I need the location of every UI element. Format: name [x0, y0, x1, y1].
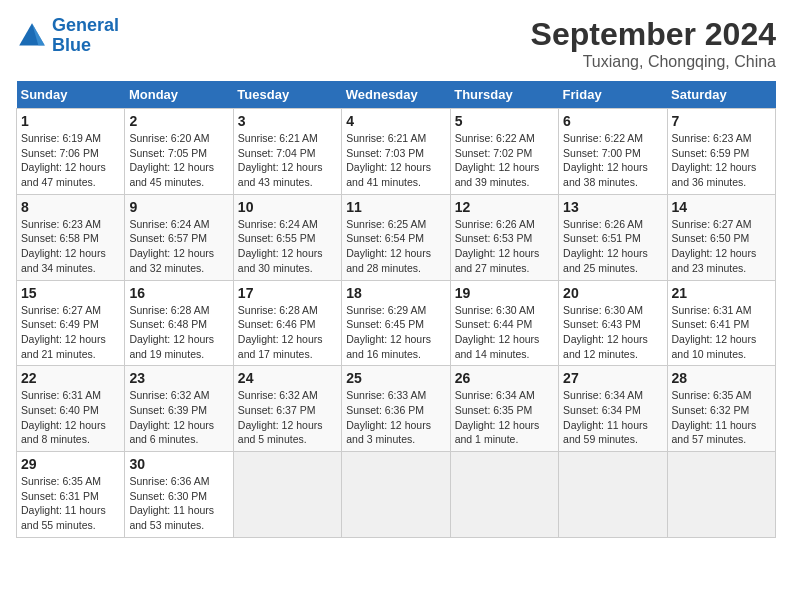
- day-number: 13: [563, 199, 662, 215]
- day-detail: Sunrise: 6:23 AMSunset: 6:58 PMDaylight:…: [21, 217, 120, 276]
- calendar-cell: 16Sunrise: 6:28 AMSunset: 6:48 PMDayligh…: [125, 280, 233, 366]
- calendar-cell: 7Sunrise: 6:23 AMSunset: 6:59 PMDaylight…: [667, 109, 775, 195]
- day-number: 29: [21, 456, 120, 472]
- weekday-header-thursday: Thursday: [450, 81, 558, 109]
- weekday-header-tuesday: Tuesday: [233, 81, 341, 109]
- day-detail: Sunrise: 6:25 AMSunset: 6:54 PMDaylight:…: [346, 217, 445, 276]
- calendar-cell: 11Sunrise: 6:25 AMSunset: 6:54 PMDayligh…: [342, 194, 450, 280]
- weekday-header-monday: Monday: [125, 81, 233, 109]
- day-detail: Sunrise: 6:22 AMSunset: 7:00 PMDaylight:…: [563, 131, 662, 190]
- calendar-cell: [233, 452, 341, 538]
- calendar-cell: 19Sunrise: 6:30 AMSunset: 6:44 PMDayligh…: [450, 280, 558, 366]
- day-number: 23: [129, 370, 228, 386]
- day-number: 26: [455, 370, 554, 386]
- calendar-cell: 22Sunrise: 6:31 AMSunset: 6:40 PMDayligh…: [17, 366, 125, 452]
- logo: General Blue: [16, 16, 119, 56]
- day-detail: Sunrise: 6:32 AMSunset: 6:37 PMDaylight:…: [238, 388, 337, 447]
- day-number: 16: [129, 285, 228, 301]
- calendar-cell: 17Sunrise: 6:28 AMSunset: 6:46 PMDayligh…: [233, 280, 341, 366]
- day-detail: Sunrise: 6:35 AMSunset: 6:31 PMDaylight:…: [21, 474, 120, 533]
- calendar-header: SundayMondayTuesdayWednesdayThursdayFrid…: [17, 81, 776, 109]
- calendar-cell: 24Sunrise: 6:32 AMSunset: 6:37 PMDayligh…: [233, 366, 341, 452]
- calendar-cell: 23Sunrise: 6:32 AMSunset: 6:39 PMDayligh…: [125, 366, 233, 452]
- calendar-cell: [667, 452, 775, 538]
- day-detail: Sunrise: 6:34 AMSunset: 6:35 PMDaylight:…: [455, 388, 554, 447]
- calendar-week-1: 8Sunrise: 6:23 AMSunset: 6:58 PMDaylight…: [17, 194, 776, 280]
- calendar-week-0: 1Sunrise: 6:19 AMSunset: 7:06 PMDaylight…: [17, 109, 776, 195]
- calendar-cell: 27Sunrise: 6:34 AMSunset: 6:34 PMDayligh…: [559, 366, 667, 452]
- calendar-cell: 9Sunrise: 6:24 AMSunset: 6:57 PMDaylight…: [125, 194, 233, 280]
- day-number: 14: [672, 199, 771, 215]
- day-detail: Sunrise: 6:23 AMSunset: 6:59 PMDaylight:…: [672, 131, 771, 190]
- calendar-cell: 18Sunrise: 6:29 AMSunset: 6:45 PMDayligh…: [342, 280, 450, 366]
- day-number: 11: [346, 199, 445, 215]
- day-number: 22: [21, 370, 120, 386]
- day-detail: Sunrise: 6:27 AMSunset: 6:50 PMDaylight:…: [672, 217, 771, 276]
- day-detail: Sunrise: 6:24 AMSunset: 6:55 PMDaylight:…: [238, 217, 337, 276]
- day-detail: Sunrise: 6:31 AMSunset: 6:41 PMDaylight:…: [672, 303, 771, 362]
- day-detail: Sunrise: 6:30 AMSunset: 6:43 PMDaylight:…: [563, 303, 662, 362]
- calendar-cell: 28Sunrise: 6:35 AMSunset: 6:32 PMDayligh…: [667, 366, 775, 452]
- weekday-header-friday: Friday: [559, 81, 667, 109]
- day-detail: Sunrise: 6:31 AMSunset: 6:40 PMDaylight:…: [21, 388, 120, 447]
- day-number: 25: [346, 370, 445, 386]
- day-detail: Sunrise: 6:24 AMSunset: 6:57 PMDaylight:…: [129, 217, 228, 276]
- day-number: 21: [672, 285, 771, 301]
- location-title: Tuxiang, Chongqing, China: [531, 53, 776, 71]
- day-number: 9: [129, 199, 228, 215]
- calendar-cell: 1Sunrise: 6:19 AMSunset: 7:06 PMDaylight…: [17, 109, 125, 195]
- day-detail: Sunrise: 6:21 AMSunset: 7:04 PMDaylight:…: [238, 131, 337, 190]
- day-detail: Sunrise: 6:26 AMSunset: 6:53 PMDaylight:…: [455, 217, 554, 276]
- calendar-table: SundayMondayTuesdayWednesdayThursdayFrid…: [16, 81, 776, 538]
- day-number: 4: [346, 113, 445, 129]
- calendar-week-4: 29Sunrise: 6:35 AMSunset: 6:31 PMDayligh…: [17, 452, 776, 538]
- calendar-cell: 29Sunrise: 6:35 AMSunset: 6:31 PMDayligh…: [17, 452, 125, 538]
- weekday-header-row: SundayMondayTuesdayWednesdayThursdayFrid…: [17, 81, 776, 109]
- day-number: 3: [238, 113, 337, 129]
- day-number: 15: [21, 285, 120, 301]
- calendar-cell: 20Sunrise: 6:30 AMSunset: 6:43 PMDayligh…: [559, 280, 667, 366]
- calendar-cell: [559, 452, 667, 538]
- day-number: 18: [346, 285, 445, 301]
- weekday-header-saturday: Saturday: [667, 81, 775, 109]
- calendar-cell: 3Sunrise: 6:21 AMSunset: 7:04 PMDaylight…: [233, 109, 341, 195]
- day-detail: Sunrise: 6:21 AMSunset: 7:03 PMDaylight:…: [346, 131, 445, 190]
- day-number: 28: [672, 370, 771, 386]
- page-header: General Blue September 2024 Tuxiang, Cho…: [16, 16, 776, 71]
- calendar-week-3: 22Sunrise: 6:31 AMSunset: 6:40 PMDayligh…: [17, 366, 776, 452]
- day-number: 24: [238, 370, 337, 386]
- calendar-cell: 21Sunrise: 6:31 AMSunset: 6:41 PMDayligh…: [667, 280, 775, 366]
- calendar-cell: 4Sunrise: 6:21 AMSunset: 7:03 PMDaylight…: [342, 109, 450, 195]
- calendar-cell: 25Sunrise: 6:33 AMSunset: 6:36 PMDayligh…: [342, 366, 450, 452]
- logo-line2: Blue: [52, 35, 91, 55]
- calendar-cell: 10Sunrise: 6:24 AMSunset: 6:55 PMDayligh…: [233, 194, 341, 280]
- day-detail: Sunrise: 6:20 AMSunset: 7:05 PMDaylight:…: [129, 131, 228, 190]
- month-title: September 2024: [531, 16, 776, 53]
- day-detail: Sunrise: 6:33 AMSunset: 6:36 PMDaylight:…: [346, 388, 445, 447]
- day-number: 10: [238, 199, 337, 215]
- weekday-header-sunday: Sunday: [17, 81, 125, 109]
- logo-text: General Blue: [52, 16, 119, 56]
- day-number: 30: [129, 456, 228, 472]
- calendar-cell: [450, 452, 558, 538]
- day-number: 19: [455, 285, 554, 301]
- day-detail: Sunrise: 6:27 AMSunset: 6:49 PMDaylight:…: [21, 303, 120, 362]
- day-number: 20: [563, 285, 662, 301]
- day-detail: Sunrise: 6:26 AMSunset: 6:51 PMDaylight:…: [563, 217, 662, 276]
- calendar-week-2: 15Sunrise: 6:27 AMSunset: 6:49 PMDayligh…: [17, 280, 776, 366]
- day-number: 7: [672, 113, 771, 129]
- logo-icon: [16, 20, 48, 52]
- calendar-body: 1Sunrise: 6:19 AMSunset: 7:06 PMDaylight…: [17, 109, 776, 538]
- calendar-cell: 5Sunrise: 6:22 AMSunset: 7:02 PMDaylight…: [450, 109, 558, 195]
- day-detail: Sunrise: 6:28 AMSunset: 6:48 PMDaylight:…: [129, 303, 228, 362]
- day-number: 6: [563, 113, 662, 129]
- calendar-cell: 8Sunrise: 6:23 AMSunset: 6:58 PMDaylight…: [17, 194, 125, 280]
- day-detail: Sunrise: 6:28 AMSunset: 6:46 PMDaylight:…: [238, 303, 337, 362]
- calendar-cell: 6Sunrise: 6:22 AMSunset: 7:00 PMDaylight…: [559, 109, 667, 195]
- day-detail: Sunrise: 6:34 AMSunset: 6:34 PMDaylight:…: [563, 388, 662, 447]
- calendar-cell: 14Sunrise: 6:27 AMSunset: 6:50 PMDayligh…: [667, 194, 775, 280]
- day-number: 8: [21, 199, 120, 215]
- day-number: 2: [129, 113, 228, 129]
- day-detail: Sunrise: 6:19 AMSunset: 7:06 PMDaylight:…: [21, 131, 120, 190]
- day-detail: Sunrise: 6:36 AMSunset: 6:30 PMDaylight:…: [129, 474, 228, 533]
